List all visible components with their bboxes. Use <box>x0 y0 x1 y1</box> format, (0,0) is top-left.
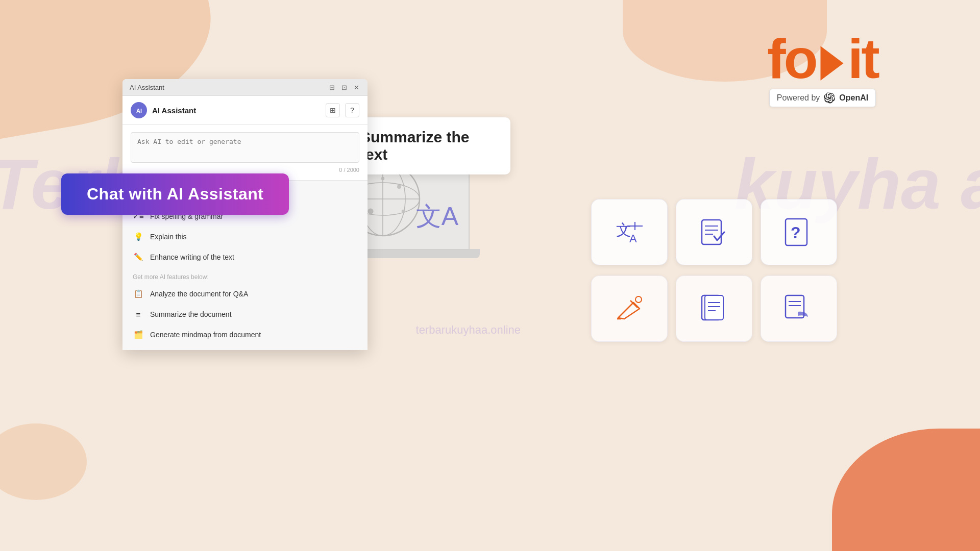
edit-feature-icon <box>613 292 646 325</box>
menu-item-summarize[interactable]: ≡ Summarize the document <box>122 304 368 324</box>
mindmap-menu-icon: 🗂️ <box>133 329 144 340</box>
foxit-logo: foit <box>767 31 878 87</box>
ai-input-field[interactable] <box>131 132 359 163</box>
menu-item-explain-label: Explain this <box>150 233 187 241</box>
ai-header-actions: ⊞ ? <box>326 103 359 117</box>
bottom-icons-row <box>591 276 837 342</box>
svg-rect-19 <box>702 220 721 244</box>
menu-item-mindmap-label: Generate mindmap from document <box>150 331 261 339</box>
watermark-url: terbarukuyhaa.online <box>416 323 521 337</box>
feature-icons-grid: 文 A ? <box>591 199 837 265</box>
minimize-button[interactable]: ⊟ <box>328 83 336 91</box>
ai-avatar: AI <box>131 102 147 118</box>
menu-item-summarize-label: Summarize the document <box>150 310 232 318</box>
svg-text:?: ? <box>791 223 801 242</box>
bg-decoration-bottom-left <box>0 423 87 500</box>
foxit-logo-area: foit Powered by OpenAI <box>767 31 878 107</box>
svg-marker-0 <box>820 46 843 81</box>
review-feature-icon <box>698 216 730 248</box>
openai-icon <box>824 92 835 104</box>
ai-avatar-icon: AI <box>134 105 144 115</box>
bottom-card-edit[interactable] <box>591 276 668 342</box>
bg-decoration-bottom-right <box>832 429 980 551</box>
ai-help-icon[interactable]: ? <box>345 103 359 117</box>
svg-rect-29 <box>705 295 723 320</box>
ai-panel-title-text: AI Assistant <box>130 84 164 91</box>
chat-ai-button[interactable]: Chat with AI Assistant <box>61 173 289 215</box>
translate-feature-icon: 文 A <box>613 216 646 248</box>
logo-letter-t: t <box>861 31 878 87</box>
svg-text:AI: AI <box>136 108 142 114</box>
ai-panel-header: AI AI Assistant ⊞ ? <box>122 96 368 125</box>
summarize-label: Summarize the text <box>360 129 496 163</box>
chat-feature-icon <box>782 292 815 325</box>
menu-item-explain[interactable]: 💡 Explain this <box>122 227 368 247</box>
svg-point-27 <box>635 296 642 303</box>
svg-point-11 <box>397 185 401 189</box>
ai-input-area: 0 / 2000 <box>122 125 368 181</box>
menu-item-mindmap[interactable]: 🗂️ Generate mindmap from document <box>122 324 368 345</box>
openai-text: OpenAI <box>839 93 868 103</box>
titlebar-actions: ⊟ ⊡ ✕ <box>328 83 360 91</box>
translate-overlay-icon: 文A <box>416 199 458 234</box>
ai-settings-icon[interactable]: ⊞ <box>326 103 340 117</box>
menu-item-enhance-label: Enhance writing of the text <box>150 253 234 261</box>
help-feature-icon: ? <box>782 216 815 248</box>
maximize-button[interactable]: ⊡ <box>340 83 348 91</box>
menu-item-analyze-label: Analyze the document for Q&A <box>150 290 248 298</box>
powered-by-badge: Powered by OpenAI <box>769 89 876 107</box>
ai-header-title: AI Assistant <box>152 106 321 115</box>
logo-letter-f: f <box>767 31 784 87</box>
powered-by-text: Powered by <box>777 93 820 103</box>
logo-letter-i: i <box>848 31 862 87</box>
explain-menu-icon: 💡 <box>133 231 144 242</box>
summarize-menu-icon: ≡ <box>133 309 144 320</box>
document-feature-icon <box>698 292 730 325</box>
feature-card-translate[interactable]: 文 A <box>591 199 668 265</box>
enhance-menu-icon: ✏️ <box>133 252 144 263</box>
logo-letter-o: o <box>784 31 816 87</box>
feature-card-help[interactable]: ? <box>761 199 837 265</box>
menu-item-analyze[interactable]: 📋 Analyze the document for Q&A <box>122 284 368 304</box>
ai-input-count: 0 / 2000 <box>131 167 359 173</box>
svg-point-12 <box>368 208 373 214</box>
svg-point-13 <box>402 210 405 213</box>
ai-panel-titlebar: AI Assistant ⊟ ⊡ ✕ <box>122 79 368 96</box>
svg-text:A: A <box>629 232 637 245</box>
logo-arrow-icon <box>814 40 850 86</box>
bottom-card-chat[interactable] <box>761 276 837 342</box>
menu-item-enhance[interactable]: ✏️ Enhance writing of the text <box>122 247 368 267</box>
close-button[interactable]: ✕ <box>352 83 360 91</box>
svg-point-14 <box>381 177 384 180</box>
analyze-menu-icon: 📋 <box>133 288 144 299</box>
ai-divider-text: Get more AI features below: <box>122 267 368 284</box>
bottom-card-document[interactable] <box>676 276 752 342</box>
feature-card-review[interactable] <box>676 199 752 265</box>
